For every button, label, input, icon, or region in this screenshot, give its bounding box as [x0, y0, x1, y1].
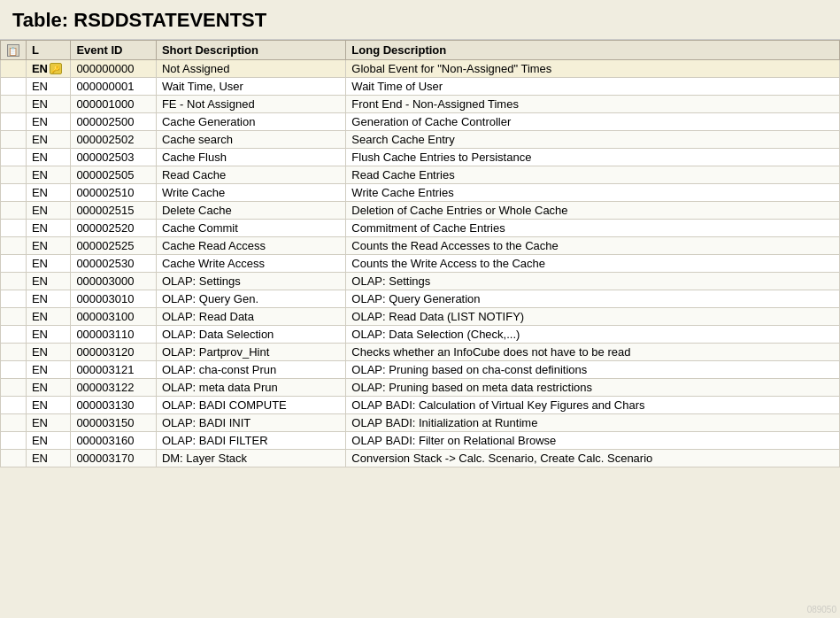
- row-short-desc: Not Assigned: [156, 60, 345, 78]
- row-l: EN: [26, 96, 70, 113]
- row-l: EN: [26, 308, 70, 326]
- row-short-desc: OLAP: BADI INIT: [156, 414, 345, 432]
- table-row: EN000002530Cache Write AccessCounts the …: [1, 255, 840, 273]
- row-long-desc: OLAP BADI: Initialization at Runtime: [346, 414, 840, 432]
- row-short-desc: OLAP: Data Selection: [156, 326, 345, 344]
- row-l: EN: [26, 113, 70, 131]
- table-row: EN000002500Cache GenerationGeneration of…: [1, 113, 840, 131]
- row-icon-cell: [1, 131, 27, 149]
- table-row: EN000003170DM: Layer StackConversion Sta…: [1, 450, 840, 467]
- table-row: EN000003160OLAP: BADI FILTEROLAP BADI: F…: [1, 432, 840, 450]
- row-icon-cell: [1, 344, 27, 361]
- row-l: EN: [26, 326, 70, 344]
- row-eventid: 000003121: [71, 361, 157, 379]
- row-eventid: 000003122: [71, 379, 157, 397]
- watermark: 089050: [807, 605, 836, 614]
- row-icon-cell: [1, 255, 27, 273]
- table-row: EN000002503Cache FlushFlush Cache Entrie…: [1, 149, 840, 166]
- col-header-short: Short Description: [156, 41, 345, 60]
- row-long-desc: Global Event for "Non-Assigned" Times: [346, 60, 840, 78]
- table-row: EN000003130OLAP: BADI COMPUTEOLAP BADI: …: [1, 397, 840, 414]
- table-row: EN000001000FE - Not AssignedFront End - …: [1, 96, 840, 113]
- row-long-desc: OLAP BADI: Calculation of Virtual Key Fi…: [346, 397, 840, 414]
- row-short-desc: Cache Commit: [156, 220, 345, 237]
- table-row: EN000003000OLAP: SettingsOLAP: Settings: [1, 273, 840, 290]
- row-l: EN: [26, 166, 70, 184]
- row-eventid: 000000000: [71, 60, 157, 78]
- row-eventid: 000003150: [71, 414, 157, 432]
- row-short-desc: OLAP: meta data Prun: [156, 379, 345, 397]
- page-title: Table: RSDDSTATEVENTST: [12, 9, 828, 32]
- row-icon-cell: [1, 290, 27, 308]
- row-short-desc: OLAP: Settings: [156, 273, 345, 290]
- row-icon-cell: [1, 326, 27, 344]
- row-long-desc: Search Cache Entry: [346, 131, 840, 149]
- row-eventid: 000000001: [71, 78, 157, 96]
- row-eventid: 000002520: [71, 220, 157, 237]
- table-header-row: 📋 L Event ID Short Description Long Desc…: [1, 41, 840, 60]
- row-icon-cell: [1, 273, 27, 290]
- row-icon-cell: [1, 432, 27, 450]
- row-l: EN: [26, 149, 70, 166]
- row-long-desc: OLAP: Query Generation: [346, 290, 840, 308]
- row-icon-cell: [1, 113, 27, 131]
- row-eventid: 000002525: [71, 237, 157, 255]
- row-l: EN: [26, 344, 70, 361]
- row-icon-cell: [1, 184, 27, 202]
- row-short-desc: OLAP: Query Gen.: [156, 290, 345, 308]
- row-l: EN: [26, 361, 70, 379]
- row-long-desc: OLAP: Pruning based on meta data restric…: [346, 379, 840, 397]
- row-l: EN: [26, 273, 70, 290]
- row-icon-cell: [1, 450, 27, 467]
- row-l: EN: [26, 237, 70, 255]
- row-short-desc: Cache Flush: [156, 149, 345, 166]
- row-short-desc: OLAP: cha-const Prun: [156, 361, 345, 379]
- row-eventid: 000003010: [71, 290, 157, 308]
- table-row: EN000003100OLAP: Read DataOLAP: Read Dat…: [1, 308, 840, 326]
- row-icon-cell: [1, 414, 27, 432]
- row-short-desc: OLAP: Read Data: [156, 308, 345, 326]
- row-l: EN: [26, 220, 70, 237]
- row-eventid: 000003000: [71, 273, 157, 290]
- row-icon-cell: [1, 202, 27, 220]
- row-short-desc: Wait Time, User: [156, 78, 345, 96]
- row-eventid: 000003100: [71, 308, 157, 326]
- row-eventid: 000003160: [71, 432, 157, 450]
- table-row: EN000003150OLAP: BADI INITOLAP BADI: Ini…: [1, 414, 840, 432]
- row-long-desc: Conversion Stack -> Calc. Scenario, Crea…: [346, 450, 840, 467]
- row-eventid: 000002510: [71, 184, 157, 202]
- table-row: EN000003121OLAP: cha-const PrunOLAP: Pru…: [1, 361, 840, 379]
- table-row: EN🔑000000000Not AssignedGlobal Event for…: [1, 60, 840, 78]
- row-long-desc: Flush Cache Entries to Persistance: [346, 149, 840, 166]
- row-eventid: 000001000: [71, 96, 157, 113]
- row-eventid: 000002500: [71, 113, 157, 131]
- row-short-desc: Delete Cache: [156, 202, 345, 220]
- row-l: EN: [26, 414, 70, 432]
- row-long-desc: OLAP: Settings: [346, 273, 840, 290]
- row-long-desc: Deletion of Cache Entries or Whole Cache: [346, 202, 840, 220]
- row-short-desc: OLAP: BADI COMPUTE: [156, 397, 345, 414]
- col-header-eventid: Event ID: [71, 41, 157, 60]
- row-l: EN: [26, 450, 70, 467]
- row-l: EN: [26, 255, 70, 273]
- row-short-desc: Read Cache: [156, 166, 345, 184]
- col-header-long: Long Description: [346, 41, 840, 60]
- row-icon-cell: [1, 96, 27, 113]
- row-short-desc: Cache Read Access: [156, 237, 345, 255]
- row-eventid: 000002515: [71, 202, 157, 220]
- row-short-desc: Write Cache: [156, 184, 345, 202]
- row-icon-cell: [1, 308, 27, 326]
- row-long-desc: OLAP: Pruning based on cha-const definit…: [346, 361, 840, 379]
- table-row: EN000002505Read CacheRead Cache Entries: [1, 166, 840, 184]
- row-icon-cell: [1, 220, 27, 237]
- row-eventid: 000003130: [71, 397, 157, 414]
- row-l: EN: [26, 379, 70, 397]
- row-icon-cell: [1, 237, 27, 255]
- row-long-desc: Read Cache Entries: [346, 166, 840, 184]
- row-short-desc: OLAP: Partprov_Hint: [156, 344, 345, 361]
- row-long-desc: Commitment of Cache Entries: [346, 220, 840, 237]
- row-l: EN: [26, 290, 70, 308]
- row-long-desc: Checks whether an InfoCube does not have…: [346, 344, 840, 361]
- row-l: EN: [26, 432, 70, 450]
- row-eventid: 000003110: [71, 326, 157, 344]
